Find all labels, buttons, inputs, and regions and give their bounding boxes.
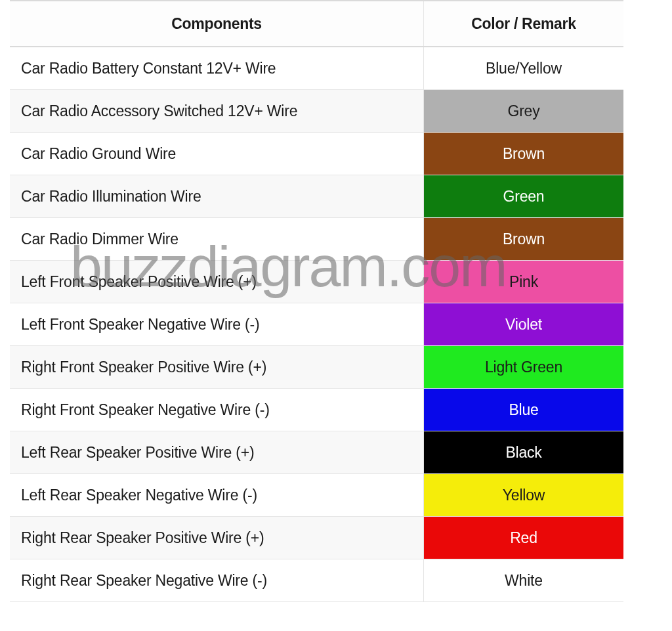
color-label: Black bbox=[505, 444, 541, 462]
color-cell: Yellow bbox=[424, 474, 623, 516]
component-cell: Car Radio Ground Wire bbox=[10, 133, 424, 175]
component-label: Car Radio Dimmer Wire bbox=[21, 230, 178, 248]
color-label: Light Green bbox=[485, 359, 562, 376]
component-label: Left Rear Speaker Negative Wire (-) bbox=[21, 487, 257, 504]
component-cell: Car Radio Illumination Wire bbox=[10, 175, 424, 217]
color-cell: Brown bbox=[424, 133, 623, 175]
component-cell: Right Front Speaker Negative Wire (-) bbox=[10, 389, 424, 431]
color-label: Brown bbox=[503, 230, 545, 248]
table-row: Car Radio Battery Constant 12V+ WireBlue… bbox=[10, 47, 623, 90]
table-row: Left Rear Speaker Negative Wire (-)Yello… bbox=[10, 474, 623, 517]
component-label: Right Rear Speaker Positive Wire (+) bbox=[21, 529, 264, 547]
component-label: Right Rear Speaker Negative Wire (-) bbox=[21, 572, 267, 590]
wiring-table: Components Color / Remark Car Radio Batt… bbox=[10, 0, 623, 602]
color-cell: Light Green bbox=[424, 346, 623, 388]
header-color-label: Color / Remark bbox=[471, 15, 576, 33]
color-cell: Blue bbox=[424, 389, 623, 431]
component-cell: Car Radio Battery Constant 12V+ Wire bbox=[10, 47, 424, 89]
color-label: Red bbox=[510, 529, 537, 547]
component-label: Car Radio Ground Wire bbox=[21, 145, 176, 163]
header-color: Color / Remark bbox=[424, 1, 623, 46]
table-header-row: Components Color / Remark bbox=[10, 0, 623, 47]
table-row: Car Radio Illumination WireGreen bbox=[10, 175, 623, 218]
table-row: Left Front Speaker Negative Wire (-)Viol… bbox=[10, 303, 623, 346]
color-cell: Green bbox=[424, 175, 623, 217]
table-row: Left Front Speaker Positive Wire (+)Pink bbox=[10, 261, 623, 303]
component-cell: Car Radio Dimmer Wire bbox=[10, 218, 424, 260]
header-components: Components bbox=[10, 1, 424, 46]
table-row: Right Front Speaker Positive Wire (+)Lig… bbox=[10, 346, 623, 389]
table-body: Car Radio Battery Constant 12V+ WireBlue… bbox=[10, 47, 623, 602]
color-cell: Red bbox=[424, 517, 623, 559]
table-row: Car Radio Ground WireBrown bbox=[10, 133, 623, 175]
color-cell: Blue/Yellow bbox=[424, 47, 623, 89]
color-label: Blue/Yellow bbox=[486, 60, 562, 77]
component-label: Car Radio Illumination Wire bbox=[21, 188, 201, 206]
color-label: Blue bbox=[509, 401, 538, 419]
color-cell: White bbox=[424, 559, 623, 601]
component-cell: Car Radio Accessory Switched 12V+ Wire bbox=[10, 90, 424, 132]
color-cell: Pink bbox=[424, 261, 623, 303]
component-label: Left Rear Speaker Positive Wire (+) bbox=[21, 444, 254, 462]
color-cell: Grey bbox=[424, 90, 623, 132]
component-label: Right Front Speaker Negative Wire (-) bbox=[21, 401, 270, 419]
component-cell: Left Front Speaker Positive Wire (+) bbox=[10, 261, 424, 303]
color-label: Brown bbox=[503, 145, 545, 163]
color-label: Grey bbox=[507, 102, 539, 120]
header-components-label: Components bbox=[171, 15, 262, 33]
color-cell: Black bbox=[424, 431, 623, 473]
component-cell: Left Rear Speaker Positive Wire (+) bbox=[10, 431, 424, 473]
color-label: Pink bbox=[509, 273, 538, 291]
color-label: Green bbox=[503, 188, 545, 206]
table-row: Right Rear Speaker Positive Wire (+)Red bbox=[10, 517, 623, 559]
table-row: Car Radio Dimmer WireBrown bbox=[10, 218, 623, 261]
component-label: Car Radio Battery Constant 12V+ Wire bbox=[21, 60, 276, 77]
component-cell: Right Rear Speaker Negative Wire (-) bbox=[10, 559, 424, 601]
component-label: Left Front Speaker Positive Wire (+) bbox=[21, 273, 257, 291]
color-label: Violet bbox=[505, 316, 542, 334]
table-row: Left Rear Speaker Positive Wire (+)Black bbox=[10, 431, 623, 474]
component-cell: Right Front Speaker Positive Wire (+) bbox=[10, 346, 424, 388]
component-cell: Left Front Speaker Negative Wire (-) bbox=[10, 303, 424, 345]
component-cell: Right Rear Speaker Positive Wire (+) bbox=[10, 517, 424, 559]
component-label: Left Front Speaker Negative Wire (-) bbox=[21, 316, 259, 334]
table-row: Right Rear Speaker Negative Wire (-)Whit… bbox=[10, 559, 623, 602]
color-cell: Brown bbox=[424, 218, 623, 260]
color-label: White bbox=[505, 572, 543, 590]
component-cell: Left Rear Speaker Negative Wire (-) bbox=[10, 474, 424, 516]
color-label: Yellow bbox=[503, 487, 545, 504]
color-cell: Violet bbox=[424, 303, 623, 345]
component-label: Car Radio Accessory Switched 12V+ Wire bbox=[21, 102, 297, 120]
table-row: Car Radio Accessory Switched 12V+ WireGr… bbox=[10, 90, 623, 133]
component-label: Right Front Speaker Positive Wire (+) bbox=[21, 359, 266, 376]
table-row: Right Front Speaker Negative Wire (-)Blu… bbox=[10, 389, 623, 431]
